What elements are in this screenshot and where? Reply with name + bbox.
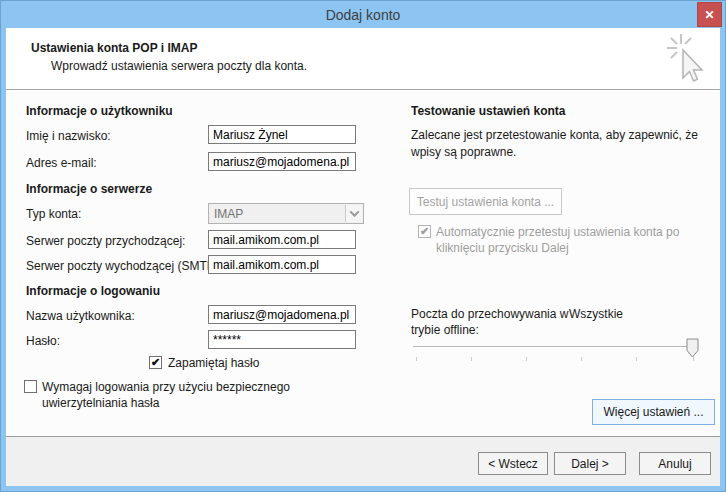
username-input[interactable]	[208, 305, 356, 324]
cancel-button[interactable]: Anuluj	[639, 452, 711, 475]
incoming-server-input[interactable]	[208, 230, 356, 249]
more-settings-button-label: Więcej ustawień ...	[603, 405, 703, 419]
page-title: Ustawienia konta POP i IMAP	[31, 41, 198, 55]
remember-password-checkbox[interactable]: ✔	[149, 356, 162, 369]
check-icon: ✔	[420, 226, 429, 237]
secure-auth-checkbox[interactable]	[24, 380, 37, 393]
back-button[interactable]: < Wstecz	[478, 452, 548, 475]
name-label: Imię i nazwisko:	[26, 129, 111, 143]
slider-tick	[526, 357, 527, 361]
account-type-label: Typ konta:	[26, 207, 81, 221]
back-button-label: < Wstecz	[488, 457, 538, 471]
offline-slider-track[interactable]	[413, 346, 695, 348]
test-account-button-label: Testuj ustawienia konta ...	[417, 195, 554, 209]
username-label: Nazwa użytkownika:	[26, 309, 135, 323]
cancel-button-label: Anuluj	[658, 457, 691, 471]
next-button[interactable]: Dalej >	[554, 452, 626, 475]
window-title: Dodaj konto	[326, 7, 401, 23]
auto-test-checkbox[interactable]: ✔	[418, 225, 431, 238]
account-type-select[interactable]: IMAP	[208, 203, 364, 224]
test-description: Zalecane jest przetestowanie konta, aby …	[411, 127, 723, 161]
outgoing-server-label: Serwer poczty wychodzącej (SMTP):	[26, 259, 222, 273]
dialog-client-area: Ustawienia konta POP i IMAP Wprowadź ust…	[6, 28, 720, 486]
email-label: Adres e-mail:	[26, 156, 97, 170]
password-label: Hasło:	[26, 334, 60, 348]
offline-mail-value: Wszystkie	[569, 306, 623, 322]
section-logon-info: Informacje o logowaniu	[26, 284, 160, 298]
next-button-label: Dalej >	[571, 457, 609, 471]
slider-tick	[636, 357, 637, 361]
cursor-sparkle-icon	[666, 33, 710, 89]
password-input[interactable]	[208, 330, 356, 349]
slider-tick	[471, 357, 472, 361]
remember-password-label: Zapamiętaj hasło	[168, 355, 259, 371]
slider-tick	[416, 357, 417, 361]
page-subtitle: Wprowadź ustawienia serwera poczty dla k…	[51, 59, 307, 73]
wizard-header: Ustawienia konta POP i IMAP Wprowadź ust…	[6, 28, 720, 90]
outgoing-server-input[interactable]	[208, 255, 356, 274]
more-settings-button[interactable]: Więcej ustawień ...	[592, 399, 715, 425]
close-icon: ✕	[704, 8, 714, 22]
secure-auth-label: Wymagaj logowania przy użyciu bezpieczne…	[42, 379, 342, 411]
section-user-info: Informacje o użytkowniku	[26, 104, 173, 118]
section-server-info: Informacje o serwerze	[26, 182, 152, 196]
titlebar[interactable]: Dodaj konto	[1, 1, 725, 28]
slider-tick	[693, 357, 694, 361]
section-test-settings: Testowanie ustawień konta	[411, 104, 565, 118]
name-input[interactable]	[208, 125, 356, 144]
test-account-button[interactable]: Testuj ustawienia konta ...	[409, 188, 562, 215]
chevron-down-icon	[345, 205, 362, 222]
email-input[interactable]	[208, 152, 356, 171]
offline-mail-label: Poczta do przechowywania w trybie offlin…	[411, 306, 579, 338]
incoming-server-label: Serwer poczty przychodzącej:	[26, 234, 185, 248]
close-button[interactable]: ✕	[697, 2, 722, 27]
slider-tick	[581, 357, 582, 361]
auto-test-label: Automatycznie przetestuj ustawienia kont…	[436, 224, 721, 256]
check-icon: ✔	[151, 357, 160, 368]
add-account-dialog: Dodaj konto ✕ Ustawienia konta POP i IMA…	[0, 0, 726, 492]
offline-slider-handle[interactable]	[686, 338, 699, 358]
account-type-value: IMAP	[214, 207, 243, 221]
